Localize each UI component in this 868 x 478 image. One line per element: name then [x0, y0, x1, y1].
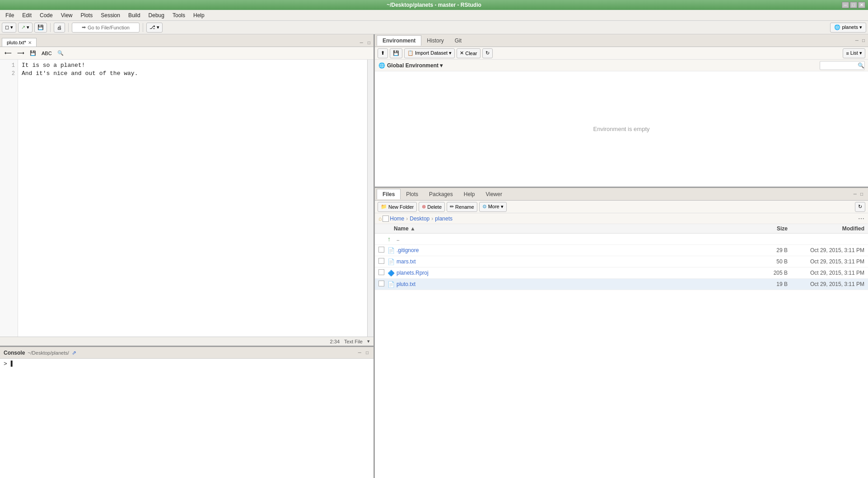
tab-viewer[interactable]: Viewer: [480, 189, 507, 199]
open-file-icon: ↗: [21, 24, 25, 30]
save-button[interactable]: 💾: [34, 23, 47, 33]
git-button[interactable]: ⎇ ▾: [146, 23, 163, 33]
workspace-button[interactable]: 🌐 planets ▾: [830, 23, 866, 33]
redo-button[interactable]: ⟶: [15, 49, 26, 58]
file-name-gitignore[interactable]: .gitignore: [397, 247, 751, 253]
console-content[interactable]: > ▌: [0, 359, 373, 478]
spell-check-button[interactable]: ABC: [40, 49, 54, 58]
editor-scrollbar[interactable]: [367, 60, 373, 337]
main-layout: pluto.txt* ✕ ─ □ ⟵ ⟶ 💾 ABC 🔍 1 2: [0, 34, 868, 478]
menu-file[interactable]: File: [2, 11, 18, 19]
new-folder-button[interactable]: 📁 New Folder: [378, 202, 417, 212]
checkbox-mars[interactable]: [378, 258, 387, 265]
load-workspace-button[interactable]: ⬆: [378, 48, 388, 58]
menu-code[interactable]: Code: [36, 11, 56, 19]
breadcrumb-home[interactable]: Home: [390, 216, 404, 222]
editor-pane: pluto.txt* ✕ ─ □ ⟵ ⟶ 💾 ABC 🔍 1 2: [0, 34, 373, 347]
code-area[interactable]: It is so a planet! And it's nice and out…: [18, 60, 367, 337]
menu-plots[interactable]: Plots: [77, 11, 97, 19]
left-panel: pluto.txt* ✕ ─ □ ⟵ ⟶ 💾 ABC 🔍 1 2: [0, 34, 375, 478]
editor-tab-close[interactable]: ✕: [28, 40, 32, 45]
console-header: Console ~/Desktop/planets/ ⇗ ─ □: [0, 347, 373, 359]
file-name-rproj[interactable]: planets.Rproj: [397, 270, 751, 276]
search-editor-button[interactable]: 🔍: [56, 49, 65, 58]
menu-bar: File Edit Code View Plots Session Build …: [0, 10, 868, 21]
go-to-file-icon: ➡: [82, 24, 86, 30]
env-tabs-bar: Environment History Git ─ □: [375, 34, 868, 47]
new-file-icon: ◻: [5, 24, 9, 30]
global-env-select[interactable]: Global Environment ▾: [387, 62, 443, 69]
tab-files[interactable]: Files: [377, 189, 401, 199]
list-label: List ▾: [850, 50, 862, 56]
refresh-environment-button[interactable]: ↻: [482, 48, 493, 58]
maximize-button[interactable]: □: [850, 2, 857, 8]
tab-plots[interactable]: Plots: [401, 189, 424, 199]
save-workspace-button[interactable]: 💾: [390, 48, 402, 58]
breadcrumb-desktop[interactable]: Desktop: [410, 216, 429, 222]
menu-edit[interactable]: Edit: [19, 11, 35, 19]
import-dataset-button[interactable]: 📋 Import Dataset ▾: [404, 48, 455, 58]
save-doc-button[interactable]: 💾: [28, 49, 38, 58]
files-maximize-button[interactable]: □: [859, 191, 864, 197]
tab-environment[interactable]: Environment: [377, 35, 421, 46]
console-panel-controls: ─ □: [357, 350, 370, 356]
status-arrow: ▾: [367, 338, 370, 344]
tab-git[interactable]: Git: [449, 36, 467, 46]
open-file-button[interactable]: ↗ ▾: [18, 23, 33, 33]
tab-history[interactable]: History: [421, 36, 449, 46]
menu-tools[interactable]: Tools: [169, 11, 189, 19]
editor-minimize-button[interactable]: ─: [359, 40, 364, 46]
env-minimize-button[interactable]: ─: [854, 37, 860, 43]
rename-file-button[interactable]: ✏ Rename: [447, 202, 477, 212]
files-refresh-button[interactable]: ↻: [855, 202, 865, 212]
column-name-header[interactable]: Name ▲: [394, 225, 751, 232]
more-icon: ⚙: [482, 204, 487, 210]
console-maximize-button[interactable]: □: [364, 350, 370, 356]
col-modified-label: Modified: [842, 225, 864, 232]
more-button[interactable]: ⚙ More ▾: [479, 202, 507, 212]
breadcrumb-more-icon[interactable]: ⋯: [858, 215, 864, 222]
column-modified-header[interactable]: Modified: [788, 225, 864, 232]
window-title: ~/Desktop/planets - master - RStudio: [387, 2, 481, 8]
global-env-bar: 🌐 Global Environment ▾ 🔍: [375, 60, 868, 71]
editor-maximize-button[interactable]: □: [366, 40, 372, 46]
env-maximize-button[interactable]: □: [861, 37, 866, 43]
checkbox-gitignore[interactable]: [378, 247, 387, 254]
console-link-icon[interactable]: ⇗: [72, 350, 76, 356]
list-view-button[interactable]: ≡ List ▾: [843, 48, 865, 58]
new-file-button[interactable]: ◻ ▾: [2, 23, 16, 33]
delete-file-button[interactable]: ⊗ Delete: [419, 202, 445, 212]
close-button[interactable]: ✕: [858, 2, 865, 8]
tab-help[interactable]: Help: [458, 189, 481, 199]
menu-debug[interactable]: Debug: [145, 11, 168, 19]
menu-help[interactable]: Help: [190, 11, 208, 19]
tab-packages[interactable]: Packages: [424, 189, 458, 199]
line-numbers: 1 2: [0, 60, 18, 337]
files-refresh-container: ↻: [855, 202, 865, 212]
file-name-mars[interactable]: mars.txt: [397, 258, 751, 265]
undo-button[interactable]: ⟵: [3, 49, 14, 58]
checkbox-pluto[interactable]: [378, 281, 387, 288]
console-path: ~/Desktop/planets/: [28, 350, 69, 356]
workspace-label: planets ▾: [842, 24, 862, 30]
breadcrumb-planets[interactable]: planets: [435, 216, 453, 222]
menu-build[interactable]: Build: [125, 11, 144, 19]
file-row-up: ↑ ..: [375, 234, 868, 245]
column-size-header[interactable]: Size: [751, 225, 788, 232]
menu-session[interactable]: Session: [97, 11, 124, 19]
files-minimize-button[interactable]: ─: [852, 191, 858, 197]
menu-view[interactable]: View: [57, 11, 76, 19]
global-env-icon: 🌐: [378, 62, 385, 69]
new-file-dropdown-icon: ▾: [10, 24, 13, 30]
go-to-file-button[interactable]: ➡ Go to File/Function: [72, 23, 140, 33]
gitignore-icon: 📄: [387, 247, 397, 254]
file-name-pluto[interactable]: pluto.txt: [397, 281, 751, 287]
main-toolbar: ◻ ▾ ↗ ▾ 💾 🖨 ➡ Go to File/Function ⎇ ▾ 🌐 …: [0, 21, 868, 34]
editor-tab-pluto[interactable]: pluto.txt* ✕: [2, 38, 37, 47]
file-name-up[interactable]: ..: [397, 236, 751, 242]
print-button[interactable]: 🖨: [54, 23, 65, 33]
minimize-button[interactable]: ─: [842, 2, 849, 8]
checkbox-rproj[interactable]: [378, 269, 387, 276]
clear-environment-button[interactable]: ✕ Clear: [457, 48, 480, 58]
console-minimize-button[interactable]: ─: [357, 350, 363, 356]
